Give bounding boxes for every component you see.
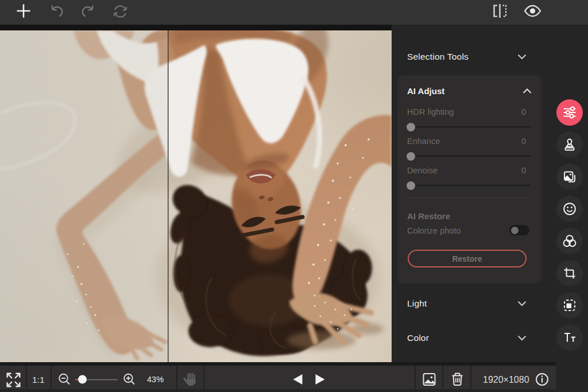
svg-text:1920×1080: 1920×1080 [483, 375, 529, 385]
svg-text:43%: 43% [147, 375, 164, 384]
svg-text:1:1: 1:1 [32, 375, 45, 385]
